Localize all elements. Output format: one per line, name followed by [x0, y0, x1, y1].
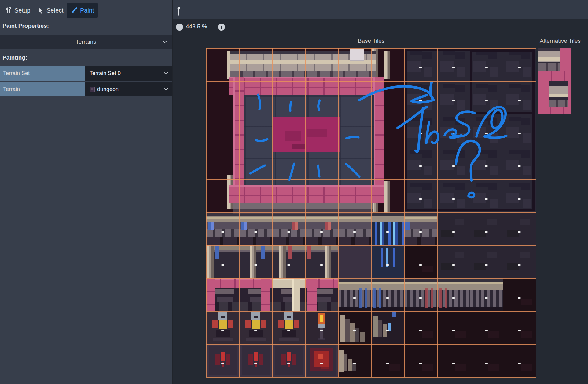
- atlas-tile[interactable]: [503, 344, 536, 377]
- atlas-tile[interactable]: [239, 344, 272, 377]
- empty-terrain-dash: [254, 231, 257, 233]
- alternative-tiles-heading: Alternative Tiles: [540, 38, 581, 44]
- atlas-tile[interactable]: [503, 212, 536, 245]
- atlas-tile[interactable]: [206, 245, 239, 278]
- atlas-tile[interactable]: [404, 212, 437, 245]
- atlas-tile[interactable]: [206, 212, 239, 245]
- atlas-tile[interactable]: [437, 245, 470, 278]
- empty-terrain-dash: [386, 330, 389, 331]
- atlas-tile[interactable]: [470, 212, 503, 245]
- atlas-tile[interactable]: [437, 278, 470, 311]
- atlas-tile[interactable]: [503, 311, 536, 344]
- tile-atlas: [206, 48, 536, 377]
- empty-terrain-dash: [485, 67, 488, 68]
- atlas-tile[interactable]: [371, 344, 404, 377]
- zoom-level: 448.5 %: [186, 23, 207, 30]
- atlas-tile[interactable]: [338, 344, 371, 377]
- empty-terrain-dash: [221, 231, 224, 233]
- empty-terrain-dash: [452, 297, 455, 299]
- atlas-tile[interactable]: [371, 278, 404, 311]
- atlas-tile[interactable]: [437, 311, 470, 344]
- atlas-tile[interactable]: [206, 278, 239, 311]
- atlas-tile[interactable]: [338, 278, 371, 311]
- atlas-tile[interactable]: [470, 344, 503, 377]
- atlas-tile[interactable]: [338, 245, 371, 278]
- atlas-tile[interactable]: [371, 311, 404, 344]
- zoom-out-button[interactable]: −: [176, 24, 183, 31]
- atlas-tile[interactable]: [272, 344, 305, 377]
- atlas-tile[interactable]: [404, 245, 437, 278]
- empty-terrain-dash: [353, 363, 356, 364]
- atlas-tile[interactable]: [272, 212, 305, 245]
- tab-setup[interactable]: Setup: [2, 3, 34, 18]
- paint-properties-heading: Paint Properties:: [2, 23, 49, 29]
- empty-terrain-dash: [386, 297, 389, 299]
- empty-terrain-dash: [485, 231, 488, 233]
- atlas-tile[interactable]: [305, 311, 338, 344]
- empty-terrain-dash: [452, 100, 455, 101]
- atlas-tile[interactable]: [338, 311, 371, 344]
- grid-line: [206, 179, 536, 180]
- paint-mode-select[interactable]: Terrains: [0, 35, 172, 49]
- atlas-tile[interactable]: [503, 245, 536, 278]
- tab-paint[interactable]: Paint: [67, 3, 98, 18]
- empty-terrain-dash: [386, 231, 389, 233]
- eyedropper-icon[interactable]: [175, 6, 182, 18]
- atlas-tile[interactable]: [239, 212, 272, 245]
- atlas-tile[interactable]: [470, 245, 503, 278]
- terrain-set-label: Terrain Set: [0, 66, 85, 81]
- atlas-tile[interactable]: [239, 278, 272, 311]
- atlas-tile[interactable]: [470, 278, 503, 311]
- tab-select[interactable]: Select: [34, 3, 67, 18]
- atlas-tile[interactable]: [239, 245, 272, 278]
- atlas-tile[interactable]: [437, 344, 470, 377]
- grid-line: [206, 344, 536, 345]
- minus-icon: −: [178, 24, 181, 30]
- empty-terrain-dash: [419, 67, 422, 68]
- atlas-tile[interactable]: [371, 212, 404, 245]
- atlas-tile[interactable]: [239, 311, 272, 344]
- atlas-tile[interactable]: [305, 212, 338, 245]
- atlas-tile[interactable]: [305, 344, 338, 377]
- atlas-tile[interactable]: [272, 311, 305, 344]
- atlas-tile[interactable]: [437, 212, 470, 245]
- empty-terrain-dash: [419, 297, 422, 299]
- terrain-set-dropdown[interactable]: Terrain Set 0: [85, 66, 172, 81]
- atlas-tile[interactable]: [206, 311, 239, 344]
- empty-terrain-dash: [320, 330, 323, 331]
- atlas-tile[interactable]: [206, 344, 239, 377]
- empty-terrain-dash: [518, 67, 521, 68]
- atlas-tile[interactable]: [305, 278, 338, 311]
- zoom-in-button[interactable]: +: [218, 24, 225, 31]
- empty-terrain-dash: [518, 133, 521, 134]
- empty-terrain-dash: [452, 133, 455, 134]
- atlas-tile[interactable]: [404, 311, 437, 344]
- atlas-tile[interactable]: [272, 278, 305, 311]
- atlas-tile[interactable]: [470, 311, 503, 344]
- empty-terrain-dash: [221, 264, 224, 266]
- empty-terrain-dash: [320, 264, 323, 266]
- atlas-tile[interactable]: [272, 245, 305, 278]
- atlas-tile[interactable]: [404, 278, 437, 311]
- chevron-down-icon: [164, 88, 168, 91]
- atlas-tile[interactable]: [305, 245, 338, 278]
- terrain-dropdown[interactable]: dungeon: [85, 82, 172, 96]
- alternative-tile[interactable]: [538, 81, 571, 114]
- empty-terrain-dash: [485, 363, 488, 364]
- atlas-tile[interactable]: [404, 344, 437, 377]
- atlas-tile[interactable]: [338, 212, 371, 245]
- atlas-tile[interactable]: [371, 245, 404, 278]
- room-texture-shape: [233, 77, 244, 203]
- paint-panel: Setup Select Paint Paint Properties: Ter…: [0, 0, 172, 384]
- empty-terrain-dash: [518, 165, 521, 167]
- grid-line: [206, 114, 536, 114]
- empty-terrain-dash: [518, 330, 521, 331]
- empty-terrain-dash: [518, 363, 521, 364]
- empty-terrain-dash: [452, 264, 455, 266]
- empty-terrain-dash: [419, 100, 422, 101]
- plus-icon: +: [220, 24, 223, 30]
- alternative-tile[interactable]: [538, 48, 571, 81]
- empty-terrain-dash: [386, 363, 389, 364]
- empty-terrain-dash: [419, 231, 422, 233]
- atlas-tile[interactable]: [503, 278, 536, 311]
